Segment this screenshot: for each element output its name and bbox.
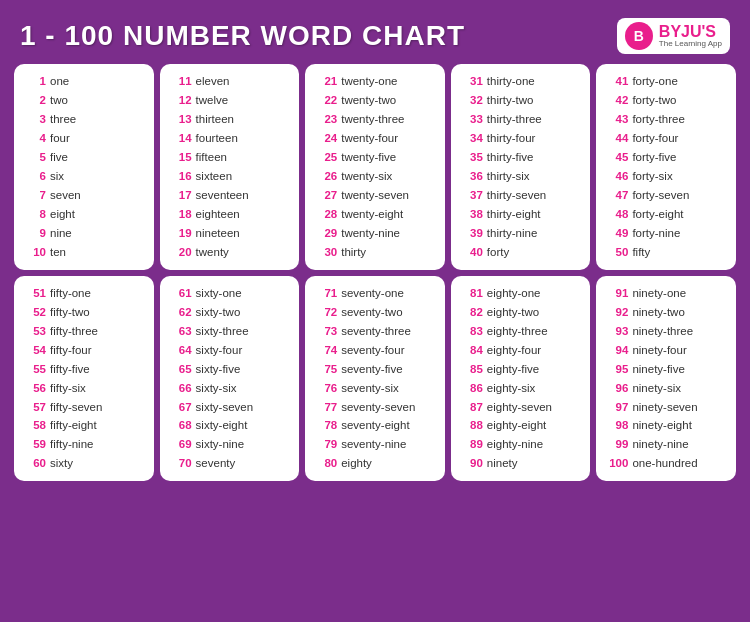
- number-digit: 53: [24, 322, 46, 341]
- number-digit: 18: [170, 205, 192, 224]
- number-digit: 26: [315, 167, 337, 186]
- number-entry: 33thirty-three: [461, 110, 581, 129]
- number-word: thirty-six: [487, 167, 530, 186]
- number-entry: 4four: [24, 129, 144, 148]
- number-digit: 30: [315, 243, 337, 262]
- number-entry: 45forty-five: [606, 148, 726, 167]
- number-digit: 83: [461, 322, 483, 341]
- number-digit: 29: [315, 224, 337, 243]
- section-col2-bot: 61sixty-one62sixty-two63sixty-three64six…: [160, 276, 300, 482]
- bottom-row: 51fifty-one52fifty-two53fifty-three54fif…: [10, 276, 740, 486]
- number-digit: 84: [461, 341, 483, 360]
- number-entry: 24twenty-four: [315, 129, 435, 148]
- number-digit: 48: [606, 205, 628, 224]
- number-digit: 43: [606, 110, 628, 129]
- number-entry: 93ninety-three: [606, 322, 726, 341]
- number-entry: 71seventy-one: [315, 284, 435, 303]
- number-entry: 26twenty-six: [315, 167, 435, 186]
- number-digit: 13: [170, 110, 192, 129]
- number-entry: 69sixty-nine: [170, 435, 290, 454]
- number-digit: 99: [606, 435, 628, 454]
- number-word: twelve: [196, 91, 229, 110]
- number-word: twenty-five: [341, 148, 396, 167]
- number-digit: 79: [315, 435, 337, 454]
- number-entry: 15fifteen: [170, 148, 290, 167]
- number-entry: 40forty: [461, 243, 581, 262]
- byju-logo-icon: B: [625, 22, 653, 50]
- number-digit: 31: [461, 72, 483, 91]
- number-entry: 73seventy-three: [315, 322, 435, 341]
- section-col3-bot: 71seventy-one72seventy-two73seventy-thre…: [305, 276, 445, 482]
- number-entry: 55fifty-five: [24, 360, 144, 379]
- number-word: sixteen: [196, 167, 232, 186]
- number-digit: 3: [24, 110, 46, 129]
- number-entry: 43forty-three: [606, 110, 726, 129]
- number-digit: 73: [315, 322, 337, 341]
- number-digit: 87: [461, 398, 483, 417]
- number-word: seventy-two: [341, 303, 402, 322]
- number-word: nine: [50, 224, 72, 243]
- number-entry: 21twenty-one: [315, 72, 435, 91]
- number-digit: 98: [606, 416, 628, 435]
- number-word: fifty-three: [50, 322, 98, 341]
- number-digit: 91: [606, 284, 628, 303]
- number-word: eighteen: [196, 205, 240, 224]
- section-col1-bot: 51fifty-one52fifty-two53fifty-three54fif…: [14, 276, 154, 482]
- number-digit: 49: [606, 224, 628, 243]
- number-digit: 67: [170, 398, 192, 417]
- number-word: fifty-six: [50, 379, 86, 398]
- number-entry: 79seventy-nine: [315, 435, 435, 454]
- number-entry: 77seventy-seven: [315, 398, 435, 417]
- number-entry: 76seventy-six: [315, 379, 435, 398]
- number-digit: 58: [24, 416, 46, 435]
- number-entry: 29twenty-nine: [315, 224, 435, 243]
- number-word: thirty: [341, 243, 366, 262]
- number-word: seventy-one: [341, 284, 404, 303]
- number-digit: 42: [606, 91, 628, 110]
- number-digit: 69: [170, 435, 192, 454]
- number-digit: 80: [315, 454, 337, 473]
- number-digit: 2: [24, 91, 46, 110]
- number-digit: 55: [24, 360, 46, 379]
- number-word: seventy-five: [341, 360, 402, 379]
- number-digit: 47: [606, 186, 628, 205]
- number-word: forty-five: [632, 148, 676, 167]
- number-digit: 27: [315, 186, 337, 205]
- number-entry: 100one-hundred: [606, 454, 726, 473]
- section-col5-bot: 91ninety-one92ninety-two93ninety-three94…: [596, 276, 736, 482]
- number-word: eighty-six: [487, 379, 536, 398]
- number-word: twenty-seven: [341, 186, 409, 205]
- number-digit: 66: [170, 379, 192, 398]
- number-word: fifteen: [196, 148, 227, 167]
- number-digit: 100: [606, 454, 628, 473]
- number-digit: 96: [606, 379, 628, 398]
- number-digit: 70: [170, 454, 192, 473]
- number-digit: 51: [24, 284, 46, 303]
- number-word: seventeen: [196, 186, 249, 205]
- number-word: ninety-one: [632, 284, 686, 303]
- number-word: fifty-nine: [50, 435, 93, 454]
- number-word: seventy-seven: [341, 398, 415, 417]
- number-digit: 90: [461, 454, 483, 473]
- number-entry: 56fifty-six: [24, 379, 144, 398]
- chart-container: 1one2two3three4four5five6six7seven8eight…: [10, 64, 740, 485]
- number-word: twenty-one: [341, 72, 397, 91]
- section-col3-top: 21twenty-one22twenty-two23twenty-three24…: [305, 64, 445, 270]
- number-digit: 22: [315, 91, 337, 110]
- number-entry: 38thirty-eight: [461, 205, 581, 224]
- number-entry: 98ninety-eight: [606, 416, 726, 435]
- number-entry: 50fifty: [606, 243, 726, 262]
- number-digit: 32: [461, 91, 483, 110]
- number-digit: 75: [315, 360, 337, 379]
- number-entry: 90ninety: [461, 454, 581, 473]
- number-digit: 23: [315, 110, 337, 129]
- number-word: twenty-six: [341, 167, 392, 186]
- number-entry: 49forty-nine: [606, 224, 726, 243]
- number-word: thirty-seven: [487, 186, 546, 205]
- number-entry: 94ninety-four: [606, 341, 726, 360]
- number-entry: 75seventy-five: [315, 360, 435, 379]
- number-digit: 19: [170, 224, 192, 243]
- number-entry: 51fifty-one: [24, 284, 144, 303]
- number-word: five: [50, 148, 68, 167]
- number-word: ninety-four: [632, 341, 686, 360]
